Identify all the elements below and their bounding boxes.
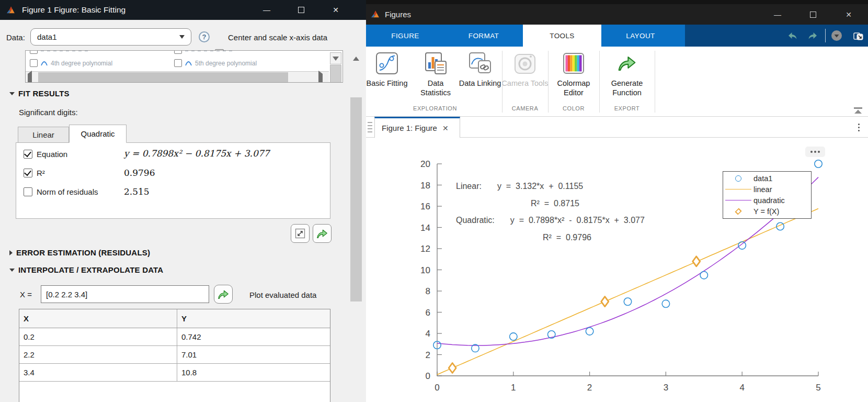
drag-handle[interactable] (368, 122, 372, 132)
table-row[interactable]: 0.2 0.742 (19, 328, 330, 346)
svg-text:14: 14 (420, 223, 430, 233)
section-label-color: COLOR (548, 105, 599, 111)
collapse-ribbon-button[interactable] (852, 106, 864, 115)
list-hscroll-thumb[interactable] (38, 72, 288, 82)
legend-entry-evaluated[interactable]: Y = f(X) (723, 206, 811, 217)
norm-residuals-checkbox[interactable] (24, 187, 32, 196)
annotation-quadratic: Quadratic: y = 0.7898*x² - 0.8175*x + 3.… (456, 216, 645, 225)
data-linking-button[interactable]: Data Linking (456, 51, 504, 88)
collapse-ribbon-icon (852, 106, 864, 115)
error-estimation-header[interactable]: ERROR ESTIMATION (RESIDUALS) (9, 248, 150, 257)
figure-canvas: 01234502468101214161820 data1 linear qua… (366, 138, 868, 402)
scroll-left-icon[interactable] (28, 71, 32, 83)
figure-tab-label: Figure 1: Figure (382, 124, 437, 132)
panel-scrollbar[interactable] (349, 48, 363, 402)
fit-type-checkbox[interactable] (30, 50, 38, 54)
ribbon-tab-layout[interactable]: LAYOUT (601, 25, 680, 47)
line-swatch-icon (725, 200, 751, 200)
fit-results-header[interactable]: FIT RESULTS (9, 89, 70, 98)
evaluated-table: X Y 0.2 0.742 2.2 7.01 3.4 10.8 (19, 309, 330, 402)
x-equals-label: X = (20, 290, 32, 299)
export-results-button[interactable] (313, 224, 332, 243)
tab-overflow-menu[interactable] (853, 120, 864, 135)
data-select[interactable]: data1 (30, 28, 191, 46)
circle-marker-icon (735, 175, 741, 182)
equation-checkbox[interactable] (24, 150, 32, 159)
fit-type-checkbox[interactable] (30, 59, 38, 67)
matlab-icon (6, 5, 16, 15)
list-scroll-down-button[interactable] (330, 52, 341, 64)
list-item[interactable]: 4th degree polynomial (30, 59, 112, 67)
fit-type-list[interactable]: 4th degree polynomial 5th degree polynom… (25, 50, 343, 83)
close-button[interactable]: ✕ (324, 0, 348, 20)
maximize-button[interactable] (289, 0, 313, 20)
collapse-triangle-icon (9, 92, 15, 95)
legend-entry-data1[interactable]: data1 (723, 173, 811, 184)
section-label-camera: CAMERA (502, 105, 548, 111)
interpolate-header[interactable]: INTERPOLATE / EXTRAPOLATE DATA (9, 265, 163, 274)
ribbon-tab-figure[interactable]: FIGURE (366, 25, 444, 47)
legend-entry-linear[interactable]: linear (723, 184, 811, 195)
tab-quadratic[interactable]: Quadratic (69, 125, 127, 143)
section-divider (502, 51, 502, 113)
list-hscrollbar[interactable] (26, 71, 329, 82)
maximize-button[interactable] (801, 4, 825, 25)
plot-evaluated-label: Plot evaluated data (249, 291, 316, 299)
share-arrow-icon (316, 228, 328, 239)
list-item[interactable]: 5th degree polynomial (174, 59, 257, 67)
scroll-up-icon[interactable] (350, 52, 362, 65)
r-squared-checkbox[interactable] (24, 169, 32, 177)
generate-function-icon (615, 51, 639, 75)
chevron-down-icon (831, 30, 842, 41)
window-title: Figure 1 Figure: Basic Fitting (22, 5, 125, 15)
svg-text:2: 2 (426, 350, 430, 360)
help-icon[interactable]: ? (199, 31, 210, 42)
table-row[interactable]: 3.4 10.8 (19, 364, 330, 382)
data-linking-icon (468, 51, 492, 75)
figure-tab[interactable]: Figure 1: Figure ✕ (374, 117, 460, 138)
pop-out-button[interactable] (850, 25, 866, 47)
redo-button[interactable] (804, 25, 821, 47)
close-button[interactable]: ✕ (837, 4, 861, 25)
minimize-button[interactable]: — (255, 0, 279, 20)
undo-icon (786, 30, 799, 41)
ribbon-tab-tools[interactable]: TOOLS (523, 25, 601, 47)
svg-text:6: 6 (426, 308, 430, 318)
figure-tabbar: Figure 1: Figure ✕ (366, 117, 868, 138)
center-scale-label: Center and scale x-axis data (228, 33, 327, 42)
basic-fitting-button[interactable]: Basic Fitting (363, 51, 411, 88)
quick-access-dropdown[interactable] (830, 25, 843, 47)
svg-text:4: 4 (426, 329, 430, 339)
list-vscroll-thumb[interactable] (330, 65, 341, 83)
equation-value: y = 0.7898x² − 0.8175x + 3.077 (124, 148, 269, 159)
minimize-button[interactable]: — (766, 4, 790, 25)
annotation-linear-r2: R² = 0.8715 (531, 199, 579, 208)
svg-text:0: 0 (426, 371, 430, 381)
expand-results-button[interactable] (291, 224, 310, 243)
diamond-marker-icon (735, 208, 741, 215)
data-statistics-button[interactable]: Data Statistics (412, 51, 460, 97)
svg-text:10: 10 (420, 265, 430, 275)
table-row[interactable]: 2.2 7.01 (19, 346, 330, 364)
camera-tools-icon (513, 51, 537, 75)
close-tab-icon[interactable]: ✕ (442, 124, 449, 132)
generate-function-button[interactable]: Generate Function (603, 51, 651, 97)
scrollbar-thumb[interactable] (350, 97, 362, 302)
section-divider (655, 51, 655, 113)
scroll-right-icon[interactable] (318, 71, 323, 83)
legend-entry-quadratic[interactable]: quadratic (723, 195, 811, 206)
screen: Figure 1 Figure: Basic Fitting — ✕ Data:… (0, 0, 868, 402)
ribbon-tab-format[interactable]: FORMAT (444, 25, 523, 47)
colormap-editor-button[interactable]: Colormap Editor (550, 51, 598, 97)
data-label: Data: (6, 33, 25, 42)
undo-button[interactable] (784, 25, 801, 47)
tab-linear[interactable]: Linear (18, 127, 69, 143)
fit-type-checkbox[interactable] (174, 59, 182, 67)
axes-toolbar-button[interactable] (805, 147, 825, 157)
table-header-x: X (19, 309, 177, 328)
svg-text:3: 3 (664, 383, 668, 393)
evaluate-button[interactable] (214, 285, 233, 304)
fit-type-checkbox[interactable] (174, 50, 182, 54)
x-values-input[interactable] (41, 285, 209, 303)
plot-legend[interactable]: data1 linear quadratic Y = f(X) (723, 171, 812, 219)
